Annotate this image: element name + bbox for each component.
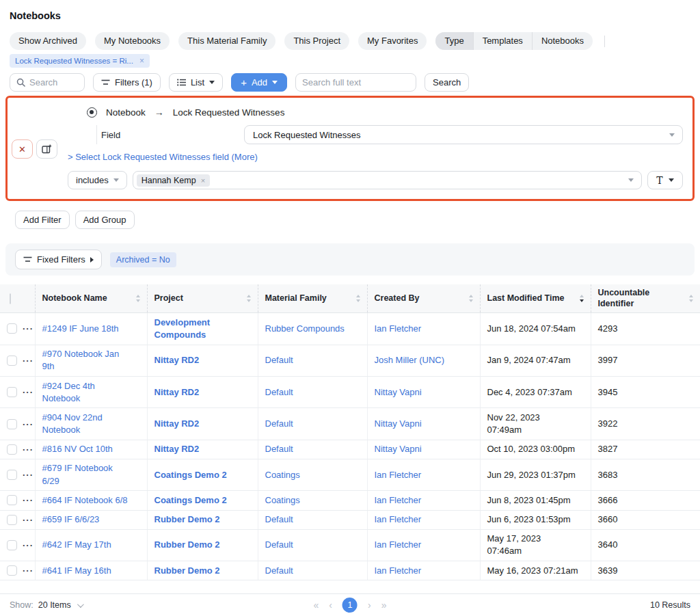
select-field-link[interactable]: > Select Lock Requested Witnesses field … xyxy=(68,152,683,162)
cell-material-family[interactable]: Rubber Compounds xyxy=(258,313,367,345)
cell-project[interactable]: Nittay RD2 xyxy=(147,345,258,376)
row-menu-icon[interactable]: ··· xyxy=(23,541,33,550)
sort-icon[interactable] xyxy=(689,295,693,302)
cell-material-family[interactable]: Default xyxy=(258,408,367,440)
chevron-down-icon[interactable] xyxy=(77,601,84,608)
cell-created-by[interactable]: Nittay Vapni xyxy=(367,377,480,408)
field-select[interactable]: Lock Requested Witnesses xyxy=(244,125,683,144)
chip-show-archived[interactable]: Show Archived xyxy=(10,32,86,50)
row-menu-icon[interactable]: ··· xyxy=(23,420,33,429)
items-per-page-select[interactable]: 20 Items xyxy=(38,600,71,610)
fulltext-search-input[interactable] xyxy=(302,77,409,88)
row-checkbox[interactable] xyxy=(7,565,17,576)
row-checkbox[interactable] xyxy=(7,387,17,397)
cell-project[interactable]: Rubber Demo 2 xyxy=(147,529,258,561)
col-notebook-name[interactable]: Notebook Name xyxy=(35,284,147,313)
fulltext-search-field[interactable] xyxy=(295,73,416,92)
select-all-checkbox[interactable] xyxy=(10,293,11,304)
current-page-button[interactable]: 1 xyxy=(342,598,358,613)
remove-filter-button[interactable]: ✕ xyxy=(12,139,33,159)
cell-material-family[interactable]: Coatings xyxy=(258,491,367,510)
list-view-button[interactable]: List xyxy=(169,73,223,92)
cell-project[interactable]: Coatings Demo 2 xyxy=(147,459,258,490)
row-checkbox[interactable] xyxy=(7,470,17,480)
cell-notebook-name[interactable]: #816 NV Oct 10th xyxy=(35,440,147,459)
cell-notebook-name[interactable]: #904 Nov 22nd Notebook xyxy=(35,408,147,440)
col-created-by[interactable]: Created By xyxy=(367,284,480,313)
row-menu-icon[interactable]: ··· xyxy=(23,388,33,397)
cell-project[interactable]: Coatings Demo 2 xyxy=(147,491,258,510)
segment-notebooks[interactable]: Notebooks xyxy=(532,32,593,50)
row-checkbox[interactable] xyxy=(7,356,17,366)
row-checkbox[interactable] xyxy=(7,515,17,525)
row-checkbox[interactable] xyxy=(7,540,17,550)
cell-material-family[interactable]: Default xyxy=(258,377,367,408)
cell-created-by[interactable]: Ian Fletcher xyxy=(367,491,480,510)
cell-project[interactable]: Nittay RD2 xyxy=(147,377,258,408)
segment-type[interactable]: Type xyxy=(435,32,472,50)
cell-project[interactable]: Rubber Demo 2 xyxy=(147,510,258,529)
cell-created-by[interactable]: Ian Fletcher xyxy=(367,459,480,490)
sort-icon-active-desc[interactable] xyxy=(580,295,584,302)
cell-project[interactable]: Nittay RD2 xyxy=(147,408,258,440)
row-menu-icon[interactable]: ··· xyxy=(23,445,33,454)
cell-project[interactable]: Rubber Demo 2 xyxy=(147,561,258,580)
row-checkbox[interactable] xyxy=(7,419,17,429)
remove-value-icon[interactable]: × xyxy=(201,176,205,185)
add-filter-button[interactable]: Add Filter xyxy=(15,211,70,229)
active-filter-tag[interactable]: Lock Requested Witnesses = Ri... × xyxy=(10,54,150,68)
cell-created-by[interactable]: Ian Fletcher xyxy=(367,561,480,580)
search-input[interactable] xyxy=(29,77,78,88)
cell-notebook-name[interactable]: #641 IF May 16th xyxy=(35,561,147,580)
row-menu-icon[interactable]: ··· xyxy=(23,496,33,505)
cell-material-family[interactable]: Coatings xyxy=(258,459,367,490)
cell-project[interactable]: Development Compounds xyxy=(147,313,258,345)
cell-created-by[interactable]: Ian Fletcher xyxy=(367,529,480,561)
cell-created-by[interactable]: Nittay Vapni xyxy=(367,408,480,440)
cell-notebook-name[interactable]: #664 IF Notebook 6/8 xyxy=(35,491,147,510)
operator-select[interactable]: includes xyxy=(68,171,127,189)
col-last-modified-time[interactable]: Last Modified Time xyxy=(480,284,591,313)
cell-notebook-name[interactable]: #970 Notebook Jan 9th xyxy=(35,345,147,376)
row-checkbox[interactable] xyxy=(7,495,17,505)
sort-icon[interactable] xyxy=(247,295,251,302)
cell-notebook-name[interactable]: #642 IF May 17th xyxy=(35,529,147,561)
row-menu-icon[interactable]: ··· xyxy=(23,515,33,524)
cell-material-family[interactable]: Default xyxy=(258,529,367,561)
cell-notebook-name[interactable]: #924 Dec 4th Notebook xyxy=(35,377,147,408)
search-submit-button[interactable]: Search xyxy=(425,73,469,92)
search-field[interactable] xyxy=(10,73,85,92)
cell-created-by[interactable]: Ian Fletcher xyxy=(367,313,480,345)
cell-notebook-name[interactable]: #679 IF Notebook 6/29 xyxy=(35,459,147,490)
cell-created-by[interactable]: Ian Fletcher xyxy=(367,510,480,529)
chip-my-favorites[interactable]: My Favorites xyxy=(358,32,427,50)
cell-created-by[interactable]: Josh Miller (UNC) xyxy=(367,345,480,376)
cell-material-family[interactable]: Default xyxy=(258,561,367,580)
chip-my-notebooks[interactable]: My Notebooks xyxy=(95,32,170,50)
sort-icon[interactable] xyxy=(136,295,140,302)
fixed-filters-button[interactable]: Fixed Filters xyxy=(15,250,102,269)
last-page-icon[interactable]: » xyxy=(381,600,387,610)
row-menu-icon[interactable]: ··· xyxy=(23,566,33,575)
sort-icon[interactable] xyxy=(469,295,473,302)
cell-notebook-name[interactable]: #1249 IF June 18th xyxy=(35,313,147,345)
cell-material-family[interactable]: Default xyxy=(258,345,367,376)
radio-selected-icon[interactable] xyxy=(87,107,97,118)
cell-material-family[interactable]: Default xyxy=(258,440,367,459)
add-button[interactable]: + Add xyxy=(231,73,287,92)
segment-templates[interactable]: Templates xyxy=(473,32,532,50)
chip-this-project[interactable]: This Project xyxy=(284,32,349,50)
cell-project[interactable]: Nittay RD2 xyxy=(147,440,258,459)
insert-filter-button[interactable] xyxy=(36,139,57,159)
add-group-button[interactable]: Add Group xyxy=(75,211,135,229)
next-page-icon[interactable]: › xyxy=(368,600,371,610)
row-menu-icon[interactable]: ··· xyxy=(23,356,33,365)
sort-icon[interactable] xyxy=(356,295,360,302)
row-checkbox[interactable] xyxy=(7,323,17,334)
chip-this-material-family[interactable]: This Material Family xyxy=(178,32,275,50)
cell-material-family[interactable]: Default xyxy=(258,510,367,529)
row-menu-icon[interactable]: ··· xyxy=(23,470,33,479)
value-multiselect[interactable]: Hannah Kemp × xyxy=(133,171,642,189)
row-menu-icon[interactable]: ··· xyxy=(23,324,33,333)
col-project[interactable]: Project xyxy=(147,284,258,313)
